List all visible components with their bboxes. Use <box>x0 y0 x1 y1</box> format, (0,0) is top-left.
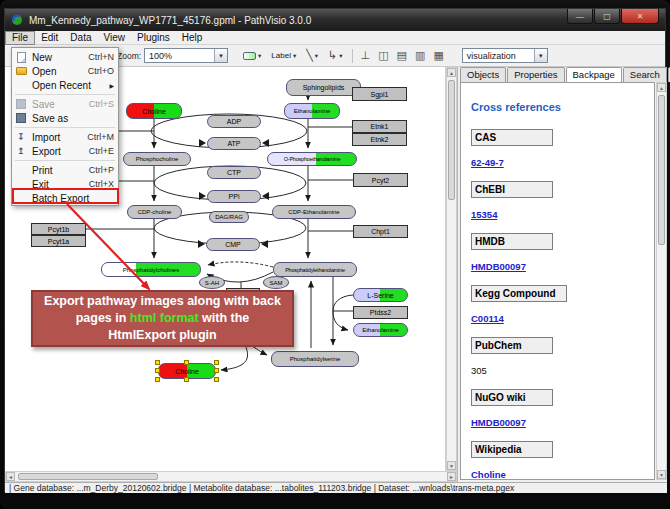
chebi-link[interactable]: 15354 <box>471 209 497 220</box>
align-middle-icon[interactable]: ◫ <box>378 49 388 62</box>
scroll-up-icon[interactable]: ▲ <box>447 68 456 77</box>
cas-link[interactable]: 62-49-7 <box>471 157 504 168</box>
node-ethanolamine-bottom[interactable]: Ethanolamine <box>353 323 408 337</box>
backpage-section-cas: CAS 62-49-7 <box>471 129 654 181</box>
canvas-vscroll-thumb[interactable] <box>448 80 455 200</box>
menu-view[interactable]: View <box>97 31 131 45</box>
title-bar[interactable]: Mm_Kennedy_pathway_WP1771_45176.gpml - P… <box>5 9 665 31</box>
selection-handle[interactable] <box>214 368 219 373</box>
kegg-link[interactable]: C00114 <box>471 313 504 324</box>
menu-data[interactable]: Data <box>64 31 97 45</box>
node-sah[interactable]: S-AH <box>199 276 225 289</box>
line-tool-button[interactable]: ╲ ▾ <box>302 47 322 64</box>
menu-file[interactable]: File <box>5 31 35 45</box>
canvas-horizontal-scrollbar[interactable]: ◄ ► <box>5 471 457 482</box>
align-center-icon[interactable]: ⊥ <box>361 49 371 62</box>
visualization-dropdown-icon[interactable]: ▾ <box>534 49 547 62</box>
datanode-button[interactable]: ▾ <box>239 47 265 64</box>
selection-handle[interactable] <box>155 377 160 382</box>
tab-objects[interactable]: Objects <box>460 67 506 82</box>
node-adp[interactable]: ADP <box>207 115 261 128</box>
node-atp[interactable]: ATP <box>207 137 261 150</box>
node-phosphatidylserine[interactable]: Phosphatidylserine <box>271 351 359 367</box>
node-etnk2[interactable]: Etnk2 <box>352 133 407 146</box>
connector-tool-button[interactable]: ↳ ▾ <box>324 47 346 64</box>
menu-help[interactable]: Help <box>176 31 209 45</box>
node-pcyt2[interactable]: Pcyt2 <box>353 173 408 187</box>
scroll-down-icon[interactable]: ▼ <box>447 461 456 470</box>
wikipedia-link[interactable]: Choline <box>471 469 506 480</box>
node-phosphatidylcholines[interactable]: Phosphatidylcholines <box>101 262 201 277</box>
selection-handle[interactable] <box>184 377 189 382</box>
zoom-combobox[interactable]: 100% ▾ <box>144 48 228 63</box>
node-dag[interactable]: DAG/RAG <box>209 211 249 223</box>
menu-plugins[interactable]: Plugins <box>131 31 176 45</box>
node-cdp-ethanolamine[interactable]: CDP-Ethanolamine <box>272 205 356 219</box>
canvas-vertical-scrollbar[interactable]: ▲ ▼ <box>446 67 457 471</box>
gene-dropdown-icon[interactable]: ▾ <box>258 52 261 60</box>
selected-node-choline[interactable]: Choline <box>155 360 219 382</box>
scroll-right-icon[interactable]: ► <box>447 472 456 481</box>
node-choline-top[interactable]: Choline <box>126 103 182 119</box>
node-l-serine[interactable]: L-Serine <box>353 288 408 302</box>
canvas-hscroll-thumb[interactable] <box>18 473 158 480</box>
node-ptdss2[interactable]: Ptdss2 <box>353 306 408 319</box>
node-o-phosphoethanolamine[interactable]: O-Phosphoethanolamine <box>267 152 357 166</box>
node-sam[interactable]: SAM <box>263 276 289 289</box>
node-chpt1[interactable]: Chpt1 <box>353 225 408 238</box>
panel-vertical-scrollbar[interactable]: ▲ ▼ <box>656 82 667 480</box>
close-button[interactable]: ✕ <box>621 9 659 24</box>
tab-search[interactable]: Search <box>623 67 667 82</box>
node-etnk1[interactable]: Etnk1 <box>352 120 407 133</box>
distribute-vertical-icon[interactable]: ▥ <box>415 49 425 62</box>
hmdb-link[interactable]: HMDB00097 <box>471 261 526 272</box>
selection-handle[interactable] <box>214 360 219 365</box>
tab-backpage[interactable]: Backpage <box>566 67 622 82</box>
file-menu-print-shortcut: Ctrl+P <box>89 165 114 175</box>
visualization-combobox[interactable]: visualization ▾ <box>462 48 548 63</box>
panel-scroll-down-icon[interactable]: ▼ <box>657 470 666 479</box>
file-menu-open-recent[interactable]: Open Recent ▶ <box>12 78 118 92</box>
callout-line2-highlight: html format <box>130 311 199 325</box>
connector-dropdown-icon[interactable]: ▾ <box>339 52 342 60</box>
file-menu-export[interactable]: ↥ Export Ctrl+E <box>12 144 118 158</box>
file-menu-print[interactable]: Print Ctrl+P <box>12 163 118 177</box>
node-sphingolipids[interactable]: Sphingolipids <box>286 79 361 96</box>
node-phosphocholine[interactable]: Phosphocholine <box>123 152 191 166</box>
selection-handle[interactable] <box>214 377 219 382</box>
node-ppi[interactable]: PPi <box>207 190 261 203</box>
node-pcyt1a[interactable]: Pcyt1a <box>31 235 86 247</box>
file-menu-save-as[interactable]: Save as <box>12 111 118 125</box>
node-ctp[interactable]: CTP <box>207 166 261 179</box>
node-ethanolamine-top[interactable]: Ethanolamine <box>284 103 340 119</box>
pathvisio-window: Mm_Kennedy_pathway_WP1771_45176.gpml - P… <box>4 8 666 492</box>
backpage-panel: Cross references CAS 62-49-7 ChEBI 15354… <box>460 82 655 480</box>
node-cdp-choline[interactable]: CDP-choline <box>127 205 182 219</box>
panel-scroll-thumb[interactable] <box>658 95 665 245</box>
section-title-nugo: NuGO wiki <box>471 389 553 406</box>
tab-properties[interactable]: Properties <box>507 67 564 82</box>
selection-handle[interactable] <box>155 360 160 365</box>
node-phosphatidylethanolamine[interactable]: Phosphatidylethanolamine <box>273 262 357 277</box>
line-dropdown-icon[interactable]: ▾ <box>315 52 318 60</box>
stack-icon[interactable]: ▦ <box>433 49 443 62</box>
zoom-dropdown-icon[interactable]: ▾ <box>214 49 227 62</box>
maximize-button[interactable]: ▢ <box>594 9 620 24</box>
file-menu-import[interactable]: ↧ Import Ctrl+M <box>12 130 118 144</box>
menu-edit[interactable]: Edit <box>35 31 64 45</box>
distribute-horizontal-icon[interactable]: ▤ <box>397 49 407 62</box>
selection-handle[interactable] <box>184 360 189 365</box>
node-sgpl1[interactable]: Sgpl1 <box>352 87 407 101</box>
nugo-link[interactable]: HMDB00097 <box>471 417 526 428</box>
file-menu-new[interactable]: New Ctrl+N <box>12 50 118 64</box>
window-title: Mm_Kennedy_pathway_WP1771_45176.gpml - P… <box>29 15 311 26</box>
label-dropdown-icon[interactable]: ▾ <box>293 52 296 60</box>
selection-handle[interactable] <box>155 368 160 373</box>
panel-scroll-up-icon[interactable]: ▲ <box>657 83 666 92</box>
node-cmp[interactable]: CMP <box>206 238 260 251</box>
file-menu-open[interactable]: Open Ctrl+O <box>12 64 118 78</box>
scroll-left-icon[interactable]: ◄ <box>6 472 15 481</box>
label-button[interactable]: Label ▾ <box>267 47 300 64</box>
node-pcyt1b[interactable]: Pcyt1b <box>31 223 86 235</box>
minimize-button[interactable]: — <box>567 9 593 24</box>
